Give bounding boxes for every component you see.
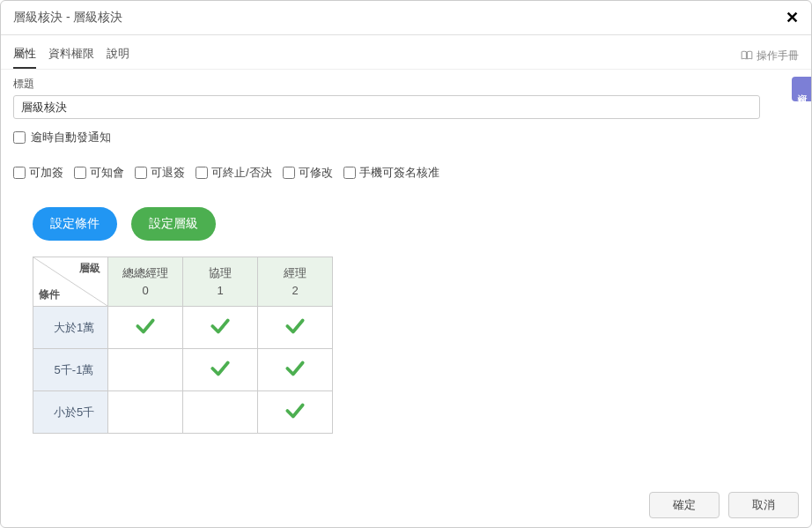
check-icon [209, 327, 232, 340]
condition-cell-0: 大於1萬 [33, 307, 108, 349]
matrix-row-1: 5千-1萬 [33, 349, 333, 391]
option-return-checkbox[interactable] [135, 167, 147, 179]
option-edit-checkbox[interactable] [283, 167, 295, 179]
option-edit[interactable]: 可修改 [283, 165, 333, 181]
manual-link[interactable]: 操作手冊 [741, 48, 799, 63]
matrix-cell-2-0 [108, 391, 183, 434]
check-icon [134, 327, 157, 340]
check-icon [284, 412, 306, 425]
option-notify[interactable]: 可知會 [74, 165, 124, 181]
matrix-cell-1-1 [183, 349, 258, 391]
matrix-cell-1-2 [258, 349, 333, 391]
manual-link-label: 操作手冊 [757, 48, 799, 63]
side-tab-spec[interactable]: 資料規格 [792, 77, 811, 101]
option-add-sign[interactable]: 可加簽 [13, 165, 63, 181]
option-terminate-checkbox[interactable] [196, 167, 208, 179]
matrix-cell-0-0 [108, 307, 183, 349]
book-icon [741, 50, 753, 61]
option-terminate[interactable]: 可終止/否決 [196, 165, 272, 181]
cancel-button[interactable]: 取消 [728, 492, 799, 518]
matrix-cell-1-0 [108, 349, 183, 391]
close-icon[interactable]: ✕ [786, 10, 799, 26]
approval-matrix: 層級 條件 總總經理 0 協理 1 經理 2 大於1萬 [33, 257, 333, 434]
check-icon [209, 369, 232, 383]
dialog-footer: 確定 取消 [1, 483, 811, 527]
matrix-corner: 層級 條件 [33, 257, 108, 307]
auto-notify-checkbox[interactable] [13, 131, 26, 144]
options-row: 可加簽 可知會 可退簽 可終止/否決 可修改 手機可簽名核准 [13, 165, 799, 181]
tab-permissions[interactable]: 資料權限 [48, 42, 94, 69]
option-mobile-sign[interactable]: 手機可簽名核准 [343, 165, 439, 181]
title-input[interactable] [13, 95, 760, 119]
option-return[interactable]: 可退簽 [135, 165, 185, 181]
option-notify-checkbox[interactable] [74, 167, 86, 179]
matrix-cell-2-2 [258, 391, 333, 434]
ok-button[interactable]: 確定 [649, 492, 720, 518]
dialog-title: 層級核決 - 層級核決 [13, 10, 122, 26]
matrix-row-0: 大於1萬 [33, 307, 333, 349]
level-header-2: 經理 2 [258, 257, 333, 307]
corner-bottom-label: 條件 [39, 287, 60, 302]
matrix-cell-0-2 [258, 307, 333, 349]
condition-cell-2: 小於5千 [33, 391, 108, 434]
set-level-button[interactable]: 設定層級 [131, 207, 216, 241]
auto-notify-label: 逾時自動發通知 [31, 130, 111, 145]
option-mobile-sign-checkbox[interactable] [343, 167, 356, 179]
action-buttons: 設定條件 設定層級 [33, 207, 799, 241]
matrix-cell-0-1 [183, 307, 258, 349]
tab-help[interactable]: 說明 [107, 42, 129, 69]
tab-row: 屬性 資料權限 說明 操作手冊 [1, 35, 811, 70]
level-header-0: 總總經理 0 [108, 257, 183, 307]
option-add-sign-checkbox[interactable] [13, 167, 26, 179]
level-header-1: 協理 1 [183, 257, 258, 307]
corner-top-label: 層級 [79, 261, 100, 276]
tabs: 屬性 資料權限 說明 [13, 42, 129, 69]
auto-notify-row: 逾時自動發通知 [13, 130, 799, 145]
condition-cell-1: 5千-1萬 [33, 349, 108, 391]
set-condition-button[interactable]: 設定條件 [33, 207, 117, 241]
content-area: 標題 逾時自動發通知 可加簽 可知會 可退簽 可終止/否決 可修改 手機可簽名核… [1, 70, 811, 483]
title-label: 標題 [13, 77, 799, 92]
dialog: 層級核決 - 層級核決 ✕ 屬性 資料權限 說明 操作手冊 標題 逾時自動發通知… [0, 0, 812, 528]
check-icon [284, 369, 306, 383]
tab-attributes[interactable]: 屬性 [13, 42, 36, 69]
matrix-row-2: 小於5千 [33, 391, 333, 434]
check-icon [284, 327, 306, 340]
matrix-cell-2-1 [183, 391, 258, 434]
dialog-header: 層級核決 - 層級核決 ✕ [1, 1, 811, 35]
